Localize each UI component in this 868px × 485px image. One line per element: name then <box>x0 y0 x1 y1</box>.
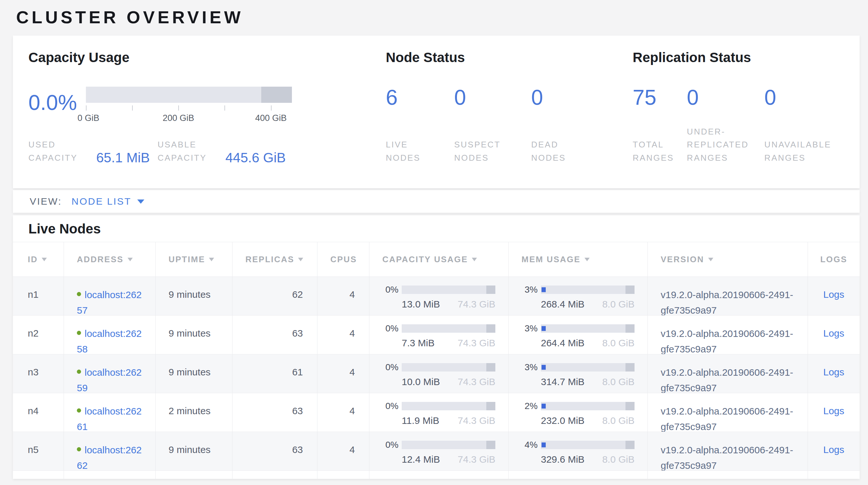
view-dropdown[interactable]: NODE LIST <box>71 196 131 207</box>
under-replicated-ranges-label: UNDER-REPLICATED RANGES <box>687 125 751 164</box>
usable-capacity-stat: USABLE CAPACITY 445.6 GiB <box>158 138 286 164</box>
version-cell: v19.2.0-alpha.20190606-2491-gfe735c9a97 <box>647 316 808 354</box>
mem-max-value: 8.0 GiB <box>602 415 634 426</box>
logs-link[interactable]: Logs <box>823 328 844 339</box>
column-header-label: ADDRESS <box>77 254 124 264</box>
node-address-cell: localhost:26261 <box>64 393 155 432</box>
column-header-mem-usage[interactable]: MEM USAGE <box>508 242 647 277</box>
mem-bar-reserved <box>625 286 634 294</box>
table-row: n4 localhost:26261 2 minutes 63 4 0% 11.… <box>13 393 860 432</box>
node-address-link[interactable]: localhost:26261 <box>77 406 142 432</box>
column-header-version[interactable]: VERSION <box>647 242 808 277</box>
replication-status-title: Replication Status <box>632 50 844 65</box>
mem-usage-cell: 4% 329.6 MiB 8.0 GiB <box>508 432 647 470</box>
column-header-replicas[interactable]: REPLICAS <box>232 242 317 277</box>
node-address-link[interactable]: localhost:26262 <box>77 445 142 470</box>
live-nodes-label: LIVE NODES <box>386 138 441 164</box>
capacity-max-value: 74.3 GiB <box>458 299 495 310</box>
capacity-bar <box>402 363 495 372</box>
table-row: n5 localhost:26262 9 minutes 63 4 0% 12.… <box>13 432 860 470</box>
axis-tick <box>178 106 179 111</box>
replicas-cell: 61 <box>232 354 317 393</box>
replicas-cell: 62 <box>232 277 317 315</box>
live-nodes-card: Live Nodes ID ADDRESS UPTIME REPLICAS CP… <box>13 215 860 479</box>
capacity-max-value: 74.3 GiB <box>458 338 495 348</box>
node-id-cell: n4 <box>13 393 64 432</box>
capacity-bar-track <box>86 87 292 103</box>
capacity-usage-title: Capacity Usage <box>28 50 358 65</box>
mem-bar <box>541 286 634 294</box>
replicas-cell: 63 <box>232 316 317 354</box>
node-address-link[interactable]: localhost:26259 <box>77 367 142 393</box>
sort-desc-icon <box>128 258 133 261</box>
sort-desc-icon <box>708 258 713 261</box>
cpus-cell: 4 <box>317 277 369 315</box>
capacity-bar-reserved <box>261 87 292 103</box>
mem-usage-cell: 2% 232.0 MiB 8.0 GiB <box>508 393 647 432</box>
node-address-cell: localhost:26262 <box>64 432 155 470</box>
logs-link[interactable]: Logs <box>823 367 844 377</box>
mem-bar <box>541 402 634 410</box>
replicas-cell: 63 <box>232 432 317 470</box>
mem-bar <box>541 363 634 372</box>
capacity-bar <box>402 324 495 333</box>
column-header-label: CPUS <box>330 254 357 264</box>
column-header-label: VERSION <box>661 254 704 264</box>
mem-percent-label: 4% <box>520 440 538 450</box>
table-row: n3 localhost:26259 9 minutes 61 4 0% 10.… <box>13 354 860 393</box>
column-header-id[interactable]: ID <box>13 242 64 277</box>
column-header-capacity-usage[interactable]: CAPACITY USAGE <box>369 242 508 277</box>
column-header-logs: LOGS <box>808 242 860 277</box>
logs-link[interactable]: Logs <box>823 289 844 300</box>
node-address-link[interactable]: localhost:26257 <box>77 289 142 315</box>
logs-cell: Logs <box>808 354 860 393</box>
uptime-cell: 9 minutes <box>155 316 232 354</box>
chevron-down-icon[interactable] <box>137 199 144 204</box>
mem-bar-used <box>541 404 546 409</box>
capacity-bar-reserved <box>486 286 495 294</box>
capacity-max-value: 74.3 GiB <box>458 376 495 387</box>
node-live-dot <box>77 331 81 335</box>
total-ranges-label: TOTAL RANGES <box>632 138 674 164</box>
table-row: n1 localhost:26257 9 minutes 62 4 0% 13.… <box>13 277 860 315</box>
unavailable-ranges-label: UNAVAILABLE RANGES <box>764 138 831 164</box>
sort-desc-icon <box>472 258 477 261</box>
column-header-uptime[interactable]: UPTIME <box>155 242 232 277</box>
logs-link[interactable]: Logs <box>823 444 844 455</box>
node-id-cell: n1 <box>13 277 64 315</box>
column-header-address[interactable]: ADDRESS <box>64 242 155 277</box>
capacity-percent-label: 0% <box>381 401 399 411</box>
table-header-row: ID ADDRESS UPTIME REPLICAS CPUS CAPACITY… <box>13 242 860 277</box>
axis-tick-label: 0 GiB <box>78 113 99 123</box>
under-replicated-ranges-stat: 0 UNDER-REPLICATED RANGES <box>687 87 751 164</box>
capacity-percent-label: 0% <box>381 440 399 450</box>
used-capacity-label: USED CAPACITY <box>28 138 96 164</box>
capacity-usage-cell: 0% 13.0 MiB 74.3 GiB <box>369 277 508 315</box>
node-address-link[interactable]: localhost:26258 <box>77 328 142 354</box>
table-row-partial <box>13 470 860 479</box>
mem-max-value: 8.0 GiB <box>602 299 634 310</box>
mem-percent-label: 2% <box>520 401 538 411</box>
capacity-used-value: 13.0 MiB <box>402 299 440 310</box>
under-replicated-ranges-value: 0 <box>687 87 751 108</box>
usable-capacity-label: USABLE CAPACITY <box>158 138 225 164</box>
capacity-used-value: 11.9 MiB <box>402 415 439 426</box>
mem-max-value: 8.0 GiB <box>602 454 634 465</box>
capacity-usage-section: Capacity Usage 0.0% <box>28 50 358 164</box>
version-cell: v19.2.0-alpha.20190606-2491-gfe735c9a97 <box>647 354 808 393</box>
table-row: n2 localhost:26258 9 minutes 63 4 0% 7.3… <box>13 315 860 354</box>
logs-link[interactable]: Logs <box>823 405 844 416</box>
live-nodes-value: 6 <box>386 87 441 108</box>
capacity-percent-label: 0% <box>381 362 399 372</box>
capacity-max-value: 74.3 GiB <box>458 415 495 426</box>
capacity-usage-cell: 0% 7.3 MiB 74.3 GiB <box>369 316 508 354</box>
logs-cell: Logs <box>808 432 860 470</box>
node-live-dot <box>77 292 81 296</box>
view-label: VIEW: <box>30 196 62 207</box>
cpus-cell: 4 <box>317 354 369 393</box>
used-capacity-value: 65.1 MiB <box>96 150 150 166</box>
mem-used-value: 329.6 MiB <box>541 454 585 465</box>
dead-nodes-value: 0 <box>531 87 591 108</box>
capacity-percent: 0.0% <box>28 92 86 113</box>
sort-desc-icon <box>585 258 590 261</box>
